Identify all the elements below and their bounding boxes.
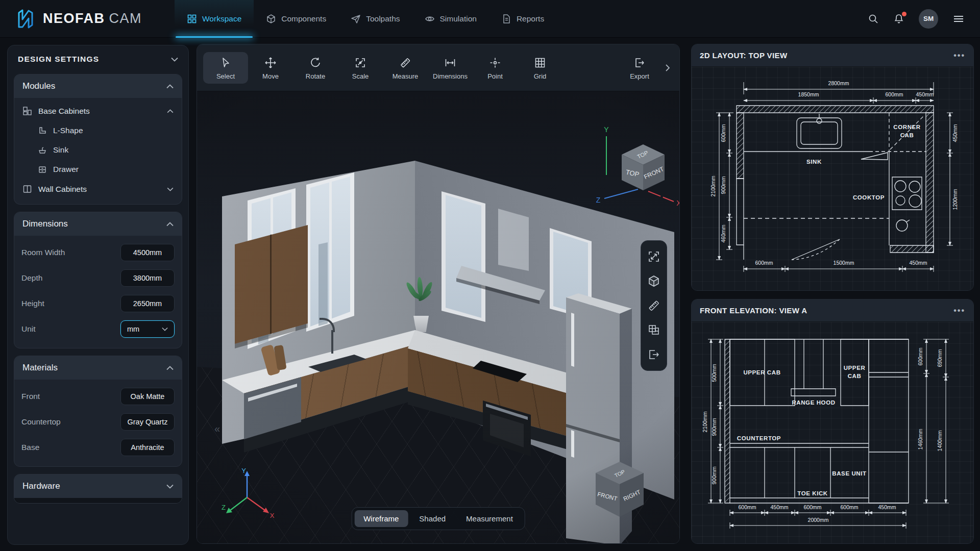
nav-tab-reports[interactable]: Reports [489, 0, 556, 38]
hardware-card-header[interactable]: Hardware [14, 474, 182, 498]
depth-input[interactable]: 3800mm [120, 269, 175, 287]
sidebar-header[interactable]: DESIGN SETTINGS [8, 45, 188, 70]
corner-cab-label: CAB [900, 132, 914, 138]
dimensions-card-header[interactable]: Dimensions [14, 212, 182, 236]
nav-cube[interactable]: TOP FRONT RIGHT [590, 458, 650, 521]
dim-top-segment: 450mm [916, 91, 934, 97]
top-view-drawing[interactable]: 2800mm 1850mm 600mm 450mm 2100mm 600mm 9… [692, 67, 973, 290]
viewport-side-toolbar [641, 240, 667, 371]
point-tool-button[interactable]: Point [473, 52, 518, 84]
room-width-row: Room Width 4500mm [14, 240, 182, 265]
orientation-gizmo[interactable]: Y Z X TOP TOP FRONT [591, 125, 679, 213]
nav-tab-simulation[interactable]: Simulation [412, 0, 489, 38]
drawer-icon [38, 165, 47, 174]
tree-item-sink[interactable]: Sink [14, 140, 182, 160]
height-input[interactable]: 2650mm [120, 295, 175, 312]
corner-cab-label: CORNER [893, 124, 921, 130]
dim-bottom-segment: 600mm [840, 504, 858, 510]
chevron-up-icon [166, 366, 174, 370]
tree-item-base-cabinets[interactable]: Base Cabinets [14, 101, 182, 121]
room-width-input[interactable]: 4500mm [120, 244, 175, 261]
measure-tool-button[interactable]: Measure [383, 52, 428, 84]
toolbar-expand-chevron-icon[interactable] [662, 64, 673, 72]
materials-title: Materials [22, 363, 58, 373]
chevron-down-icon [167, 187, 174, 191]
chevron-down-icon [166, 484, 174, 489]
workspace-grid-icon [187, 14, 197, 24]
unit-dropdown[interactable]: mm [120, 320, 175, 338]
more-options-button[interactable]: ••• [953, 306, 965, 315]
mode-wireframe[interactable]: Wireframe [354, 510, 408, 527]
tree-item-label: Sink [53, 145, 68, 155]
cube-view-icon[interactable] [647, 274, 660, 288]
nav-tab-workspace[interactable]: Workspace [175, 0, 254, 38]
dim-top-segment: 1850mm [798, 91, 819, 97]
dimensions-title: Dimensions [22, 219, 68, 229]
front-material-select[interactable]: Oak Matte [120, 388, 175, 405]
axis-y-label: Y [604, 126, 609, 134]
nav-tab-toolpaths[interactable]: Toolpaths [338, 0, 412, 38]
top-bar: NEOFABCAM Workspace Components Toolpaths [0, 0, 980, 38]
field-label: Depth [21, 273, 42, 283]
field-label: Room Width [21, 248, 65, 257]
front-elevation-drawing[interactable]: 2100mm 500mm 900mm 900mm 600mm 1460mm 69… [692, 322, 973, 543]
fullscreen-icon[interactable] [647, 250, 660, 263]
chevron-down-icon [162, 327, 168, 331]
dim-left-segment: 900mm [720, 176, 726, 194]
main-nav: Workspace Components Toolpaths Simulatio… [175, 0, 556, 38]
select-tool-button[interactable]: Select [203, 52, 248, 84]
move-tool-button[interactable]: Move [248, 52, 293, 84]
menu-icon[interactable] [952, 13, 965, 24]
export-tool-button[interactable]: Export [617, 52, 662, 84]
dim-left-total: 2100mm [710, 176, 716, 196]
mode-measurement[interactable]: Measurement [457, 510, 522, 527]
base-material-select[interactable]: Anthracite [120, 439, 175, 456]
bell-icon[interactable] [893, 13, 904, 24]
materials-card-header[interactable]: Materials [14, 356, 182, 380]
tree-item-wall-cabinets[interactable]: Wall Cabinets [14, 179, 182, 199]
scale-tool-button[interactable]: Scale [338, 52, 383, 84]
tool-label: Rotate [306, 72, 325, 80]
ruler-icon[interactable] [647, 299, 660, 312]
tree-item-drawer[interactable]: Drawer [14, 160, 182, 179]
sink-icon [38, 145, 47, 155]
dim-right-segment: 450mm [952, 124, 958, 142]
dim-right-segment: 1200mm [952, 189, 958, 210]
upper-cab-right-label: UPPER [844, 365, 866, 371]
neofab-logo-icon [15, 8, 36, 30]
front-material-row: Front Oak Matte [14, 384, 182, 409]
dimensions-tool-button[interactable]: Dimensions [428, 52, 473, 84]
upper-cab-left-label: UPPER CAB [743, 369, 780, 375]
3d-kitchen-scene[interactable]: « Y Z X TOP TOP FRONT Y [197, 91, 679, 543]
dim-top-total: 2800mm [828, 80, 849, 86]
faucet-stem [331, 330, 333, 354]
tree-item-l-shape[interactable]: L-Shape [14, 121, 182, 140]
countertop-material-row: Countertop Gray Quartz [14, 409, 182, 435]
nav-label: Toolpaths [366, 14, 400, 23]
notification-dot [902, 12, 906, 16]
dim-left-segment: 900mm [711, 466, 717, 484]
materials-card: Materials Front Oak Matte Countertop Gra… [14, 356, 182, 467]
rotate-tool-button[interactable]: Rotate [293, 52, 338, 84]
dim-bottom-segment: 600mm [738, 504, 756, 510]
top-view-panel: 2D LAYOUT: TOP VIEW ••• [691, 44, 974, 291]
more-options-button[interactable]: ••• [953, 51, 965, 60]
layers-grid-icon[interactable] [647, 323, 660, 337]
mode-shaded[interactable]: Shaded [410, 510, 455, 527]
tool-label: Select [216, 72, 235, 80]
countertop-material-select[interactable]: Gray Quartz [120, 413, 175, 431]
search-icon[interactable] [868, 13, 879, 24]
grid-tool-button[interactable]: Grid [518, 52, 562, 84]
hardware-title: Hardware [22, 481, 60, 491]
app-logo[interactable]: NEOFABCAM [15, 8, 142, 30]
tool-label: Grid [534, 72, 547, 80]
nav-tab-components[interactable]: Components [254, 0, 338, 38]
base-unit-label: BASE UNIT [832, 470, 866, 477]
axis-x-label: X [676, 199, 679, 207]
modules-card-header[interactable]: Modules [14, 74, 182, 98]
design-settings-sidebar: DESIGN SETTINGS Modules Base Cabinets [7, 45, 189, 545]
export-view-icon[interactable] [647, 348, 660, 361]
avatar[interactable]: SM [919, 9, 938, 29]
dim-bottom-segment: 600mm [803, 504, 821, 510]
modules-title: Modules [22, 81, 55, 91]
